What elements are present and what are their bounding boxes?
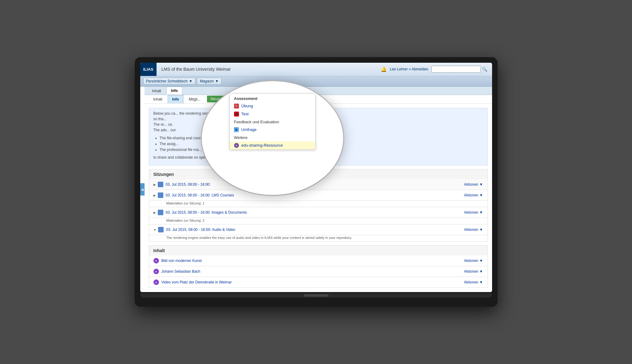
search-input[interactable] (431, 66, 481, 73)
ilias-logo: ILIAS (140, 63, 157, 76)
session-sub: Materialien zur Sitzung: 2 (149, 218, 488, 224)
aktionen-button[interactable]: Aktionen ▼ (464, 269, 483, 274)
edu-icon: ● (153, 269, 159, 274)
list-item: The file-sharing eral courses simultaneo… (160, 135, 483, 141)
list-item: The professional file ma... al of conten… (160, 147, 483, 153)
expand-icon[interactable]: ▶ (153, 183, 156, 186)
inhalt-link[interactable]: Video vom Platz der Demokratie in Weimar (161, 280, 464, 284)
user-info: Leo Lehrer » Abmelden (390, 67, 428, 71)
session-link[interactable]: 03. Jul 2015, 08:00 - 16:00: LMS Courses (166, 193, 464, 197)
session-row: ▼ 03. Jul 2015, 08:00 - 16:00: Audio & V… (149, 224, 488, 235)
top-right: 🔔 Leo Lehrer » Abmelden 🔍 (381, 66, 492, 73)
aktionen-button[interactable]: Aktionen ▼ (464, 280, 483, 284)
session-link[interactable]: 03. Jul 2015, 08:00 - 16:00: (166, 182, 464, 187)
chevron-down-icon: ▼ (215, 79, 219, 83)
chevron-down-icon: ▼ (479, 269, 483, 274)
session-link[interactable]: 03. Jul 2015, 08:00 - 16:00: Images & Do… (166, 210, 464, 215)
nav-magazin[interactable]: Magazin ▼ (197, 78, 221, 85)
aktionen-button[interactable]: Aktionen ▼ (464, 228, 483, 232)
collab-text: to share and collaborate on specific r d… (153, 155, 483, 160)
inhalt-row: ● Video vom Platz der Demokratie in Weim… (149, 277, 488, 288)
inhalt-link[interactable]: Johann Sebastian Bach (161, 269, 464, 274)
nav-schreibtisch[interactable]: Persönlicher Schreibtisch ▼ (143, 78, 195, 85)
session-link[interactable]: 03. Jul 2015, 08:00 - 16:00: Audio & Vid… (166, 228, 464, 232)
chevron-down-icon: ▼ (479, 193, 483, 197)
aktionen-button[interactable]: Aktionen ▼ (464, 182, 483, 187)
expand-icon[interactable]: ▶ (153, 194, 156, 197)
session-sub: The rendering engine enables the easy us… (149, 235, 488, 242)
chevron-down-icon: ▼ (189, 79, 193, 83)
inhalt-row: ● Johann Sebastian Bach Aktionen ▼ (149, 266, 488, 277)
sidebar-label-glossar: Glossar (239, 97, 252, 101)
left-arrow-tab[interactable]: ◀ (140, 183, 145, 196)
notification-icon[interactable]: 🔔 (381, 66, 387, 72)
secondary-tabs: Inhalt Info Mitgli... Neues Objekt Gloss… (145, 95, 492, 104)
content-header: Below you ca... the rendering service so… (149, 108, 488, 166)
sessions-section: Sitzungen ▶ 03. Jul 2015, 08:00 - 16:00:… (149, 169, 488, 242)
chevron-down-icon: ▼ (479, 228, 483, 232)
sec-tab-mitgli[interactable]: Mitgli... (184, 95, 205, 103)
app-title: LMS of the Baum University Weimar (161, 67, 381, 72)
new-object-button[interactable]: Neues Objekt (207, 96, 237, 102)
tab-info[interactable]: Info (166, 87, 182, 95)
main-content: Below you ca... the rendering service so… (145, 104, 492, 292)
aktionen-button[interactable]: Aktionen ▼ (464, 210, 483, 215)
top-bar: ILIAS LMS of the Baum University Weimar … (140, 63, 492, 76)
aktionen-button[interactable]: Aktionen ▼ (464, 193, 483, 197)
session-icon (158, 227, 164, 232)
session-icon (158, 182, 163, 187)
intro-text: Below you ca... the rendering service so… (153, 111, 483, 133)
chevron-down-icon: ▼ (479, 259, 483, 263)
aktionen-button[interactable]: Aktionen ▼ (464, 259, 483, 263)
list-item: The assig... (160, 141, 483, 147)
inhalt-row: ● Bild von moderner Kunst Aktionen ▼ (149, 255, 488, 266)
sessions-title: Sitzungen (149, 169, 488, 179)
search-bar: 🔍 (431, 66, 487, 73)
inhalt-section: Inhalt ● Bild von moderner Kunst Aktione… (149, 245, 488, 288)
search-button[interactable]: 🔍 (482, 67, 487, 72)
edu-icon: ● (153, 279, 159, 285)
sec-tab-info[interactable]: Info (168, 95, 184, 103)
inhalt-title: Inhalt (149, 245, 488, 255)
session-row: ▶ 03. Jul 2015, 08:00 - 16:00: Images & … (149, 207, 488, 218)
expand-icon[interactable]: ▶ (153, 211, 156, 214)
primary-tabs: Inhalt Info (145, 87, 492, 95)
inhalt-link[interactable]: Bild von moderner Kunst (161, 259, 464, 263)
session-row: ▶ 03. Jul 2015, 08:00 - 16:00: Aktionen … (149, 179, 488, 190)
tab-inhalt[interactable]: Inhalt (148, 87, 166, 95)
session-icon (158, 192, 163, 198)
laptop-notch (304, 294, 328, 297)
expand-icon[interactable]: ▼ (153, 228, 157, 231)
chevron-down-icon: ▼ (479, 182, 483, 187)
session-sub: Materialien zur Sitzung: 1 (149, 201, 488, 207)
content-list: The file-sharing eral courses simultaneo… (160, 135, 483, 153)
chevron-down-icon: ▼ (479, 280, 483, 284)
sidebar-label-medienpool: Medienpool (256, 97, 275, 101)
logout-link[interactable]: Abmelden (411, 67, 428, 71)
chevron-down-icon: ▼ (479, 210, 483, 215)
sec-tab-inhalt[interactable]: Inhalt (149, 95, 167, 103)
edu-icon: ● (153, 258, 159, 263)
session-icon (158, 210, 163, 215)
session-row: ▶ 03. Jul 2015, 08:00 - 16:00: LMS Cours… (149, 190, 488, 201)
nav-bar: Persönlicher Schreibtisch ▼ Magazin ▼ (140, 76, 492, 87)
